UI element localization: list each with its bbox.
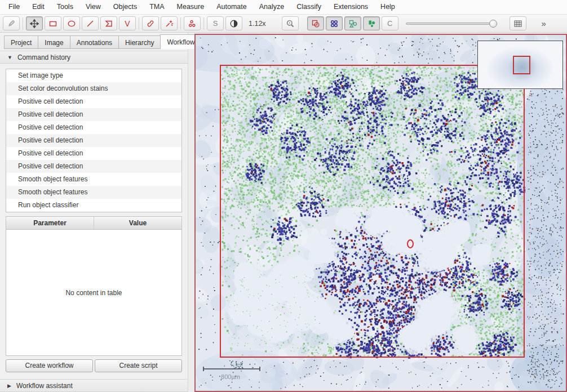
workflow-assistant-title: Workflow assistant — [16, 382, 73, 390]
list-item[interactable]: Smooth object features — [6, 173, 181, 186]
menu-automate[interactable]: Automate — [210, 0, 253, 14]
fill-detections-icon — [367, 19, 376, 28]
ellipse-tool-button[interactable] — [63, 16, 80, 30]
list-item[interactable]: Positive cell detection — [6, 134, 181, 147]
menu-bar: File Edit Tools View Objects TMA Measure… — [0, 0, 567, 15]
expand-triangle-icon: ▶ — [7, 383, 11, 389]
move-icon — [30, 19, 39, 28]
wand-icon — [165, 19, 174, 28]
brush-tool-button[interactable] — [142, 16, 159, 30]
tab-project[interactable]: Project — [4, 35, 38, 49]
rectangle-icon — [48, 19, 57, 28]
menu-tma[interactable]: TMA — [143, 0, 170, 14]
table-icon — [513, 19, 522, 28]
parameter-table-body: No content in table — [6, 230, 181, 355]
scale-bar-line — [202, 366, 261, 372]
list-item[interactable]: Positive cell detection — [6, 121, 181, 134]
collapse-triangle-icon: ▼ — [7, 55, 12, 60]
magnifier-icon — [286, 19, 295, 28]
selection-mode-button[interactable]: S — [207, 16, 224, 30]
tab-annotations[interactable]: Annotations — [70, 35, 118, 49]
overview-view-rect — [513, 56, 530, 74]
toolbar-separator — [139, 17, 139, 30]
toolbar-separator — [180, 17, 181, 30]
list-item[interactable]: Set image type — [6, 69, 181, 82]
create-workflow-button[interactable]: Create workflow — [6, 359, 93, 372]
show-tma-grid-button[interactable] — [326, 16, 343, 30]
show-annotations-icon — [311, 19, 320, 28]
list-item[interactable]: Positive cell detection — [6, 95, 181, 108]
column-header-parameter[interactable]: Parameter — [6, 217, 94, 229]
menu-classify[interactable]: Classify — [290, 0, 327, 14]
line-icon — [86, 19, 95, 28]
polygon-tool-button[interactable] — [100, 16, 117, 30]
list-item[interactable]: Smooth object features — [6, 186, 181, 199]
menu-extensions[interactable]: Extensions — [327, 0, 374, 14]
tma-grid-icon — [330, 19, 339, 28]
list-item[interactable]: Run object classifier — [6, 199, 181, 212]
classification-icon: C — [387, 19, 392, 28]
tab-image[interactable]: Image — [38, 35, 69, 49]
show-detections-button[interactable] — [344, 16, 361, 30]
opacity-slider-thumb[interactable] — [489, 20, 497, 28]
menu-objects[interactable]: Objects — [107, 0, 143, 14]
toolbar: V S 1.12x — [0, 15, 567, 33]
menu-help[interactable]: Help — [374, 0, 401, 14]
points-tool-button[interactable] — [184, 16, 201, 30]
menu-analyze[interactable]: Analyze — [253, 0, 290, 14]
list-item[interactable]: Positive cell detection — [6, 108, 181, 121]
create-script-button[interactable]: Create script — [95, 359, 182, 372]
toolbar-overflow-button[interactable]: » — [542, 19, 546, 28]
panel-tabs: Project Image Annotations Hierarchy Work… — [0, 33, 188, 49]
polyline-tool-button[interactable]: V — [119, 16, 136, 30]
parameter-table: Parameter Value No content in table — [6, 216, 182, 356]
command-history-list: Set image type Set color deconvolution s… — [6, 69, 182, 212]
command-history-header[interactable]: ▼ Command history — [0, 51, 188, 64]
opacity-slider[interactable] — [406, 23, 496, 25]
list-item[interactable]: Positive cell detection — [6, 147, 181, 160]
zoom-to-fit-button[interactable] — [282, 16, 299, 30]
show-detections-icon — [348, 19, 357, 28]
menu-tools[interactable]: Tools — [51, 0, 79, 14]
toolbar-separator — [203, 17, 204, 30]
analysis-panel: Project Image Annotations Hierarchy Work… — [0, 33, 188, 392]
workflow-buttons: Create workflow Create script — [6, 359, 182, 372]
line-tool-button[interactable] — [82, 16, 99, 30]
polygon-icon — [104, 19, 113, 28]
menu-file[interactable]: File — [2, 0, 26, 14]
brush-icon — [146, 19, 155, 28]
contrast-icon — [229, 19, 238, 28]
command-history-title: Command history — [17, 54, 70, 61]
brightness-contrast-button[interactable] — [225, 16, 242, 30]
scale-bar: 800µm — [202, 366, 264, 380]
show-annotations-button[interactable] — [307, 16, 324, 30]
column-header-value[interactable]: Value — [94, 217, 181, 229]
rectangle-tool-button[interactable] — [45, 16, 61, 30]
ellipse-icon — [67, 19, 76, 28]
magnification-value[interactable]: 1.12x — [249, 20, 266, 28]
parameter-table-header: Parameter Value — [6, 217, 181, 230]
list-item[interactable]: Set color deconvolution stains — [6, 82, 181, 95]
points-icon — [188, 19, 197, 28]
empty-table-placeholder: No content in table — [65, 289, 122, 297]
overview-thumbnail[interactable] — [477, 41, 563, 89]
show-classification-button[interactable]: C — [382, 16, 398, 30]
fill-detections-button[interactable] — [363, 16, 380, 30]
workflow-assistant-header[interactable]: ▶ Workflow assistant — [0, 379, 188, 392]
menu-view[interactable]: View — [79, 0, 107, 14]
slide-viewer[interactable]: 800µm — [194, 34, 567, 392]
pen-icon — [7, 19, 16, 28]
toolbar-separator — [23, 17, 23, 30]
roi-annotation-rect — [220, 65, 525, 358]
selection-mode-icon: S — [213, 19, 218, 28]
menu-measure[interactable]: Measure — [171, 0, 211, 14]
scale-bar-label: 800µm — [202, 373, 259, 380]
tab-hierarchy[interactable]: Hierarchy — [118, 35, 160, 49]
wand-tool-button[interactable] — [161, 16, 178, 30]
pen-tool-button[interactable] — [3, 16, 20, 30]
menu-edit[interactable]: Edit — [26, 0, 51, 14]
qupath-window: File Edit Tools View Objects TMA Measure… — [0, 0, 567, 392]
list-item[interactable]: Positive cell detection — [6, 160, 181, 173]
measurement-table-button[interactable] — [510, 16, 526, 30]
move-tool-button[interactable] — [26, 16, 43, 30]
